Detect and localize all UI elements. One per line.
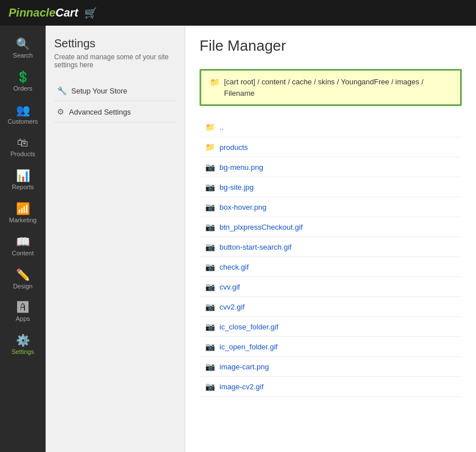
file-cell: 📷bg-site.jpg	[200, 177, 462, 197]
file-row: 📷image-cv2.gif	[200, 377, 462, 397]
image-file-icon: 📷	[205, 162, 215, 172]
image-file-icon: 📷	[205, 282, 215, 291]
nav-label-settings: Settings	[11, 348, 34, 355]
breadcrumb-filename-label: Filename	[224, 89, 254, 97]
nav-label-apps: Apps	[15, 315, 30, 322]
cart-icon: 🛒	[84, 7, 97, 19]
nav-item-search[interactable]: 🔍 Search	[0, 31, 46, 64]
file-cell: 📷image-cart.png	[200, 357, 462, 377]
file-row-content: 📷cvv2.gif	[205, 302, 456, 311]
file-cell: 📷check.gif	[200, 257, 462, 277]
file-link[interactable]: button-start-search.gif	[219, 243, 291, 251]
file-link[interactable]: ..	[219, 123, 223, 132]
customers-nav-icon: 👥	[16, 103, 30, 117]
sidebar-item-advanced-label: Advanced Settings	[69, 108, 131, 116]
left-nav: 🔍 Search 💲 Orders 👥 Customers 🛍 Products…	[0, 26, 46, 452]
file-cell: 📷ic_open_folder.gif	[200, 337, 462, 357]
file-row: 📷btn_plxpressCheckout.gif	[200, 217, 462, 237]
nav-item-customers[interactable]: 👥 Customers	[0, 97, 46, 131]
breadcrumb-bar: 📁 [cart root] / content / cache / skins …	[200, 69, 462, 106]
setup-icon: 🔧	[57, 86, 67, 95]
nav-item-orders[interactable]: 💲 Orders	[0, 64, 46, 97]
file-row-content: 📷bg-menu.png	[205, 162, 456, 172]
brand-logo: PinnacleCart 🛒	[9, 6, 97, 19]
file-row: 📁products	[200, 137, 462, 157]
image-file-icon: 📷	[205, 342, 215, 351]
nav-item-reports[interactable]: 📊 Reports	[0, 163, 46, 196]
file-row-content: 📷btn_plxpressCheckout.gif	[205, 222, 456, 231]
file-link[interactable]: cvv2.gif	[219, 303, 245, 311]
file-row-content: 📷image-cv2.gif	[205, 382, 456, 391]
sidebar-item-advanced[interactable]: ⚙ Advanced Settings	[54, 101, 176, 123]
design-nav-icon: ✏️	[16, 268, 30, 282]
settings-nav-icon: ⚙️	[16, 333, 30, 347]
file-row: 📷check.gif	[200, 257, 462, 277]
content-area: File Manager 📁 [cart root] / content / c…	[185, 26, 476, 452]
file-row-content: 📷cvv.gif	[205, 282, 456, 291]
file-cell: 📷image-cv2.gif	[200, 377, 462, 397]
nav-item-products[interactable]: 🛍 Products	[0, 131, 46, 163]
main-layout: 🔍 Search 💲 Orders 👥 Customers 🛍 Products…	[0, 26, 476, 452]
image-file-icon: 📷	[205, 242, 215, 251]
nav-label-customers: Customers	[7, 118, 38, 125]
file-row: 📷cvv.gif	[200, 277, 462, 297]
file-row-content: 📷ic_open_folder.gif	[205, 342, 456, 351]
file-link[interactable]: ic_close_folder.gif	[219, 323, 278, 331]
image-file-icon: 📷	[205, 322, 215, 331]
file-row: 📁..	[200, 117, 462, 137]
image-file-icon: 📷	[205, 302, 215, 311]
file-link[interactable]: ic_open_folder.gif	[219, 343, 278, 351]
file-cell: 📷cvv.gif	[200, 277, 462, 297]
file-row-content: 📷ic_close_folder.gif	[205, 322, 456, 331]
file-row-content: 📷check.gif	[205, 262, 456, 271]
file-link[interactable]: box-hover.png	[219, 203, 266, 211]
topbar: PinnacleCart 🛒	[0, 0, 476, 26]
file-cell: 📷bg-menu.png	[200, 157, 462, 177]
nav-label-reports: Reports	[12, 184, 34, 190]
file-cell: 📷button-start-search.gif	[200, 237, 462, 257]
sidebar-item-setup[interactable]: 🔧 Setup Your Store	[54, 80, 176, 101]
breadcrumb-folder-icon: 📁	[210, 78, 219, 87]
image-file-icon: 📷	[205, 262, 215, 271]
orders-nav-icon: 💲	[16, 70, 30, 84]
sidebar-title: Settings	[54, 37, 176, 50]
page-title: File Manager	[200, 37, 462, 55]
file-link[interactable]: cvv.gif	[219, 283, 240, 291]
nav-label-orders: Orders	[13, 85, 32, 92]
file-link[interactable]: image-cart.png	[219, 363, 269, 371]
image-file-icon: 📷	[205, 382, 215, 391]
file-row-content: 📁..	[205, 123, 456, 132]
folder-icon: 📁	[205, 123, 215, 132]
file-row: 📷button-start-search.gif	[200, 237, 462, 257]
nav-item-apps[interactable]: 🅰 Apps	[0, 295, 46, 328]
image-file-icon: 📷	[205, 362, 215, 371]
nav-item-design[interactable]: ✏️ Design	[0, 262, 46, 295]
file-row: 📷box-hover.png	[200, 197, 462, 217]
brand-cart: Cart	[55, 6, 78, 19]
sidebar: Settings Create and manage some of your …	[46, 26, 185, 452]
nav-item-content[interactable]: 📖 Content	[0, 229, 46, 262]
file-link[interactable]: check.gif	[219, 263, 249, 271]
file-row-content: 📷bg-site.jpg	[205, 182, 456, 192]
file-row: 📷image-cart.png	[200, 357, 462, 377]
file-link[interactable]: bg-menu.png	[219, 163, 263, 172]
file-link[interactable]: products	[219, 143, 248, 152]
nav-label-design: Design	[13, 283, 32, 290]
breadcrumb-text: [cart root] / content / cache / skins / …	[224, 78, 424, 86]
nav-item-marketing[interactable]: 📶 Marketing	[0, 196, 46, 229]
file-link[interactable]: btn_plxpressCheckout.gif	[219, 223, 303, 231]
file-link[interactable]: image-cv2.gif	[219, 382, 263, 391]
reports-nav-icon: 📊	[16, 169, 30, 182]
file-cell: 📁products	[200, 137, 462, 157]
file-cell: 📁..	[200, 117, 462, 137]
file-row-content: 📁products	[205, 142, 456, 152]
nav-item-settings[interactable]: ⚙️ Settings	[0, 328, 46, 361]
image-file-icon: 📷	[205, 182, 215, 192]
search-nav-icon: 🔍	[16, 37, 30, 51]
nav-label-marketing: Marketing	[9, 217, 36, 223]
file-link[interactable]: bg-site.jpg	[219, 183, 254, 192]
nav-label-search: Search	[13, 52, 33, 59]
file-row-content: 📷button-start-search.gif	[205, 242, 456, 251]
image-file-icon: 📷	[205, 202, 215, 211]
folder-icon: 📁	[205, 142, 215, 152]
